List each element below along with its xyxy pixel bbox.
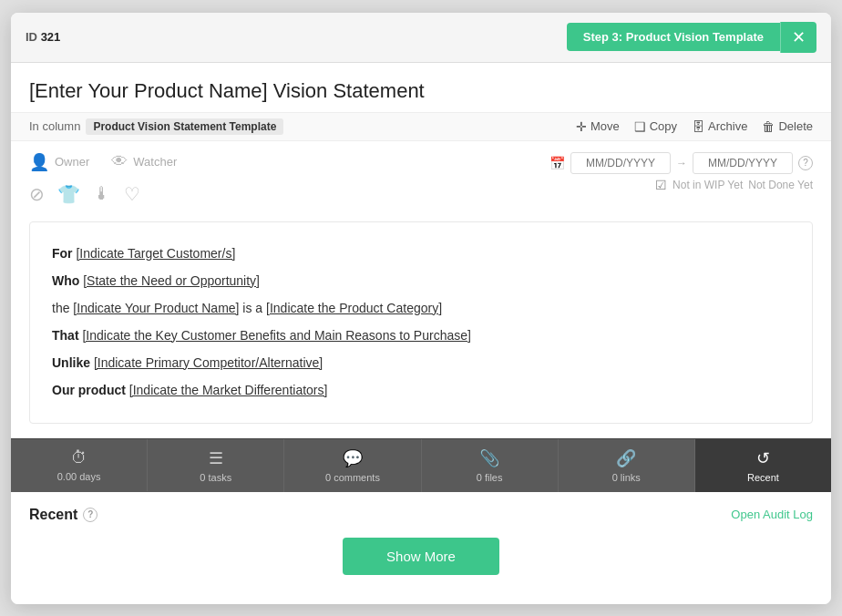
content-area: For [Indicate Target Customer/s] Who [St… bbox=[29, 221, 813, 424]
toolbar-actions: ✛ Move ❑ Copy 🗄 Archive 🗑 Delete bbox=[576, 119, 813, 134]
tab-time-label: 0.00 days bbox=[57, 471, 101, 482]
who-label: Who bbox=[52, 273, 79, 288]
meta-row: 👤 Owner 👁 Watcher ⊘ 👕 🌡 ♡ 📅 → bbox=[11, 141, 831, 212]
audit-log-link[interactable]: Open Audit Log bbox=[731, 508, 813, 521]
person-icon: 👤 bbox=[29, 152, 49, 172]
owner-label: Owner bbox=[55, 155, 89, 169]
content-line-6: Our product [Indicate the Market Differe… bbox=[52, 377, 790, 403]
column-bar: In column Product Vision Statement Templ… bbox=[11, 112, 831, 141]
tab-links-label: 0 links bbox=[612, 472, 641, 483]
step-badge: Step 3: Product Vision Template bbox=[567, 23, 780, 51]
wip-status: Not in WIP Yet bbox=[673, 179, 743, 191]
modal-container: ID 321 Step 3: Product Vision Template ✕… bbox=[11, 13, 831, 604]
recent-section: Recent ? Open Audit Log Show More bbox=[11, 492, 831, 604]
competitor-link[interactable]: [Indicate Primary Competitor/Alternative… bbox=[94, 355, 323, 370]
content-line-5: Unlike [Indicate Primary Competitor/Alte… bbox=[52, 350, 790, 375]
date-area: 📅 → ? ☑ Not in WIP Yet Not Done Yet bbox=[549, 152, 813, 192]
recent-header: Recent ? Open Audit Log bbox=[29, 507, 813, 523]
done-status: Not Done Yet bbox=[748, 179, 813, 191]
content-line-1: For [Indicate Target Customer/s] bbox=[52, 241, 790, 266]
status-icon: ☑ bbox=[655, 178, 667, 192]
content-line-3: the [Indicate Your Product Name] is a [I… bbox=[52, 295, 790, 321]
heart-icon[interactable]: ♡ bbox=[124, 183, 140, 205]
tab-recent-label: Recent bbox=[747, 472, 779, 483]
for-label: For bbox=[52, 246, 73, 261]
the-prefix: the bbox=[52, 301, 69, 315]
modal-title: [Enter Your Product Name] Vision Stateme… bbox=[29, 79, 813, 103]
move-button[interactable]: ✛ Move bbox=[576, 119, 620, 134]
show-more-button[interactable]: Show More bbox=[343, 538, 499, 575]
column-name: Product Vision Statement Template bbox=[86, 118, 283, 135]
header-right: Step 3: Product Vision Template ✕ bbox=[567, 22, 816, 53]
differentiators-link[interactable]: [Indicate the Market Differentiators] bbox=[129, 383, 328, 397]
content-line-2: Who [State the Need or Opportunity] bbox=[52, 268, 790, 293]
our-product-label: Our product bbox=[52, 383, 126, 397]
recent-icon: ↺ bbox=[756, 448, 770, 468]
product-name-link[interactable]: [Indicate Your Product Name] bbox=[73, 301, 239, 315]
in-column-label: In column bbox=[29, 119, 80, 133]
that-label: That bbox=[52, 328, 79, 343]
watcher-item: 👁 Watcher bbox=[111, 152, 177, 171]
tab-comments-label: 0 comments bbox=[325, 472, 380, 483]
move-icon: ✛ bbox=[576, 119, 587, 134]
date-start-input[interactable] bbox=[570, 152, 671, 174]
tab-comments[interactable]: 💬 0 comments bbox=[284, 439, 421, 492]
tab-recent[interactable]: ↺ Recent bbox=[695, 439, 831, 492]
content-line-4: That [Indicate the Key Customer Benefits… bbox=[52, 323, 790, 348]
date-end-input[interactable] bbox=[693, 152, 793, 174]
block-icon[interactable]: ⊘ bbox=[29, 183, 45, 205]
tab-files[interactable]: 📎 0 files bbox=[422, 439, 559, 492]
tasks-icon: ☰ bbox=[209, 448, 223, 468]
copy-button[interactable]: ❑ Copy bbox=[634, 119, 677, 134]
files-icon: 📎 bbox=[479, 448, 499, 468]
comments-icon: 💬 bbox=[343, 448, 363, 468]
date-range-row: 📅 → ? bbox=[549, 152, 813, 174]
links-icon: 🔗 bbox=[616, 448, 636, 468]
is-a-mid: is a bbox=[242, 301, 262, 315]
need-opportunity-link[interactable]: [State the Need or Opportunity] bbox=[83, 273, 260, 288]
product-category-link[interactable]: [Indicate the Product Category] bbox=[266, 301, 442, 315]
close-button[interactable]: ✕ bbox=[780, 22, 816, 53]
archive-icon: 🗄 bbox=[692, 119, 704, 134]
owner-item: 👤 Owner bbox=[29, 152, 89, 172]
action-icons-row: ⊘ 👕 🌡 ♡ bbox=[29, 183, 177, 205]
people-icons: 👤 Owner 👁 Watcher ⊘ 👕 🌡 ♡ bbox=[29, 152, 177, 205]
delete-icon: 🗑 bbox=[762, 119, 775, 134]
tab-files-label: 0 files bbox=[477, 472, 503, 483]
target-customer-link[interactable]: [Indicate Target Customer/s] bbox=[76, 246, 235, 261]
watcher-label: Watcher bbox=[133, 155, 177, 169]
status-row: ☑ Not in WIP Yet Not Done Yet bbox=[655, 178, 813, 192]
date-arrow: → bbox=[676, 157, 687, 169]
tab-tasks-label: 0 tasks bbox=[200, 472, 231, 483]
people-row: 👤 Owner 👁 Watcher bbox=[29, 152, 177, 172]
column-info: In column Product Vision Statement Templ… bbox=[29, 118, 283, 135]
thermometer-icon[interactable]: 🌡 bbox=[93, 183, 111, 204]
recent-title: Recent ? bbox=[29, 507, 98, 523]
modal-id: ID 321 bbox=[26, 30, 60, 44]
delete-button[interactable]: 🗑 Delete bbox=[762, 119, 813, 134]
title-area: [Enter Your Product Name] Vision Stateme… bbox=[11, 63, 831, 112]
tshirt-icon[interactable]: 👕 bbox=[57, 183, 80, 205]
recent-help-icon[interactable]: ? bbox=[83, 508, 98, 522]
eye-icon: 👁 bbox=[111, 152, 128, 171]
time-icon: ⏱ bbox=[71, 448, 87, 467]
tab-bar: ⏱ 0.00 days ☰ 0 tasks 💬 0 comments 📎 0 f… bbox=[11, 438, 831, 492]
modal-header: ID 321 Step 3: Product Vision Template ✕ bbox=[11, 13, 831, 63]
help-icon[interactable]: ? bbox=[798, 156, 813, 170]
tab-time[interactable]: ⏱ 0.00 days bbox=[11, 439, 148, 491]
unlike-label: Unlike bbox=[52, 355, 90, 370]
tab-tasks[interactable]: ☰ 0 tasks bbox=[148, 439, 284, 492]
benefits-link[interactable]: [Indicate the Key Customer Benefits and … bbox=[82, 328, 470, 343]
tab-links[interactable]: 🔗 0 links bbox=[559, 439, 695, 492]
copy-icon: ❑ bbox=[634, 119, 646, 134]
archive-button[interactable]: 🗄 Archive bbox=[692, 119, 747, 134]
calendar-start-icon: 📅 bbox=[549, 156, 565, 170]
